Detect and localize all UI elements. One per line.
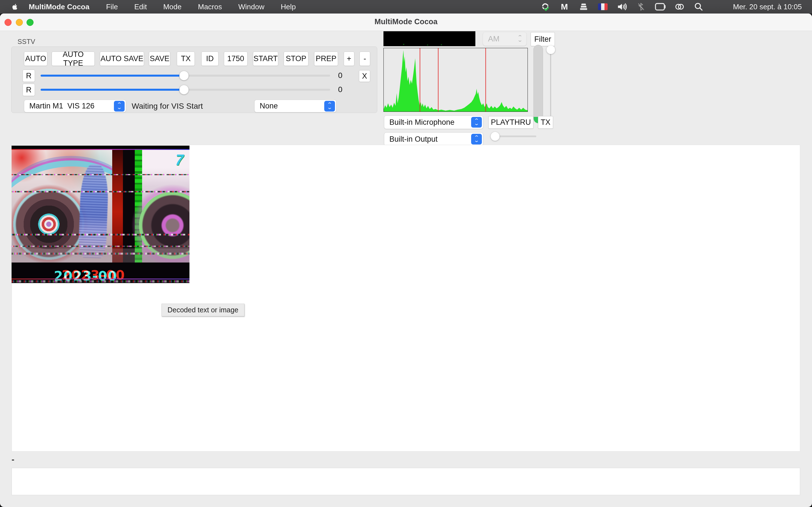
menu-bar: MultiMode Cocoa File Edit Mode Macros Wi…: [0, 0, 812, 13]
volume-icon[interactable]: [612, 0, 631, 13]
menu-file[interactable]: File: [98, 3, 126, 11]
tx-button[interactable]: TX: [177, 52, 195, 66]
menubar-clock[interactable]: Mer. 20 sept. à 10:05: [727, 3, 812, 11]
tx-audio-button[interactable]: TX: [538, 116, 553, 129]
spectrum-trace: [384, 50, 527, 112]
stepper-chevrons-icon: ⌃⌄: [324, 101, 335, 112]
gain-slider-track[interactable]: [550, 50, 551, 125]
input-device-select[interactable]: Built-in Microphone ⌃⌄: [384, 115, 483, 129]
sstv-mode-select[interactable]: Martin M1 VIS 126 ⌃⌄: [24, 100, 126, 112]
decoded-sstv-image: 7 2023-00 2023-00: [11, 146, 190, 283]
stepper-chevrons-icon: ⌃⌄: [114, 101, 124, 112]
save-button[interactable]: SAVE: [149, 52, 170, 66]
slider2-value: 0: [338, 85, 343, 94]
sstv-section-label: SSTV: [17, 38, 35, 46]
sstv-aux-select[interactable]: None ⌃⌄: [254, 100, 336, 112]
auto-button[interactable]: AUTO: [24, 52, 47, 66]
stepper-chevrons-icon: ⌃⌄: [515, 34, 525, 44]
menu-app-name[interactable]: MultiMode Cocoa: [27, 3, 98, 11]
sync-check-icon[interactable]: [536, 0, 555, 13]
glitch-seven: 7: [173, 151, 186, 168]
slider2-thumb[interactable]: [179, 85, 189, 94]
auto-save-button[interactable]: AUTO SAVE: [100, 52, 144, 66]
auto-type-button[interactable]: AUTO TYPE: [52, 52, 95, 66]
stepper-chevrons-icon: ⌃⌄: [471, 134, 482, 145]
bluetooth-off-icon[interactable]: [631, 0, 651, 13]
apple-menu[interactable]: [0, 3, 27, 11]
close-x-button[interactable]: X: [359, 70, 370, 82]
spotlight-icon[interactable]: [689, 0, 708, 13]
plus-button[interactable]: +: [344, 52, 354, 66]
screen-mirroring-icon[interactable]: [651, 0, 670, 13]
stepper-chevrons-icon: ⌃⌄: [471, 117, 482, 128]
freq-1750-button[interactable]: 1750: [224, 52, 248, 66]
prep-button[interactable]: PREP: [314, 52, 338, 66]
gain-slider-thumb[interactable]: [546, 45, 555, 54]
title-bar[interactable]: MultiMode Cocoa: [0, 13, 812, 31]
menu-window[interactable]: Window: [230, 3, 272, 11]
apple-icon: [11, 3, 18, 11]
playthru-button[interactable]: PLAYTHRU: [488, 116, 534, 129]
bottom-dash: -: [11, 455, 14, 464]
menu-mode[interactable]: Mode: [155, 3, 190, 11]
reset-slider2-button[interactable]: R: [22, 83, 35, 96]
menu-help[interactable]: Help: [273, 3, 304, 11]
sstv-status-text: Waiting for VIS Start: [132, 102, 203, 111]
menu-edit[interactable]: Edit: [126, 3, 155, 11]
spectrum-display: [384, 48, 528, 112]
output-volume-thumb[interactable]: [491, 132, 500, 141]
start-button[interactable]: START: [253, 52, 278, 66]
waterfall-display: [384, 31, 475, 46]
slider1-thumb[interactable]: [179, 71, 189, 80]
m-app-icon[interactable]: M: [555, 0, 574, 13]
menu-macros[interactable]: Macros: [190, 3, 230, 11]
fr-flag-icon[interactable]: [593, 0, 612, 13]
sstv-group-box: AUTO AUTO TYPE AUTO SAVE SAVE TX ID 1750…: [11, 47, 377, 113]
filter-button[interactable]: Filter: [530, 32, 555, 46]
stop-button[interactable]: STOP: [284, 52, 308, 66]
app-window: MultiMode Cocoa SSTV AUTO AUTO TYPE AUTO…: [0, 13, 812, 507]
minus-button[interactable]: -: [359, 52, 370, 66]
output-device-select[interactable]: Built-in Output ⌃⌄: [384, 132, 483, 146]
reset-slider1-button[interactable]: R: [22, 69, 35, 82]
modulation-select: AM ⌃⌄: [483, 32, 527, 46]
level-meter: [534, 45, 543, 123]
control-center-icon[interactable]: [708, 0, 727, 13]
id-button[interactable]: ID: [201, 52, 218, 66]
log-text-box[interactable]: [11, 468, 800, 495]
window-title: MultiMode Cocoa: [0, 17, 812, 26]
stack-icon[interactable]: [574, 0, 593, 13]
decoded-tooltip: Decoded text or image: [161, 304, 245, 316]
linked-rings-icon[interactable]: [670, 0, 689, 13]
slider1-value: 0: [338, 71, 343, 80]
